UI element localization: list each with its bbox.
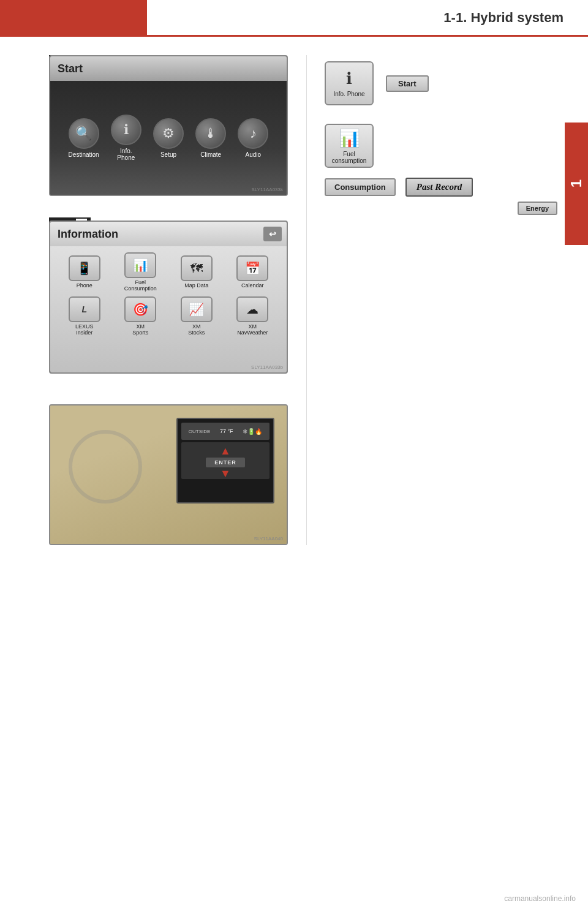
info-icon-mapdata: 🗺 Map Data — [173, 255, 219, 289]
back-button[interactable]: ↩ — [263, 227, 282, 241]
destination-icon: 🔍 — [69, 118, 99, 149]
car-screen-inset: OUTSIDE 77 °F ❄🔋🔥 ▲ ENTER ▼ — [176, 418, 274, 504]
calendar-icon: 📅 — [236, 255, 268, 281]
xm-sports-icon: 🎯 — [124, 296, 156, 322]
setup-icon: ⚙ — [153, 118, 184, 149]
screen-step2: Start 🔍 Destination ℹ Info.Phone ⚙ Setup… — [49, 55, 288, 196]
page-title: 1-1. Hybrid system — [443, 10, 564, 26]
audio-icon: ♪ — [238, 118, 268, 149]
steering-wheel-shape — [69, 430, 142, 504]
screen-step3: Information ↩ 📱 Phone 📊 FuelConsumption … — [49, 221, 288, 374]
fuel-label: FuelConsumption — [124, 279, 157, 292]
energy-button[interactable]: Energy — [518, 202, 557, 215]
arrow-up-icon: ▲ — [220, 445, 231, 458]
right-info-phone-box: ℹ Info. Phone — [325, 61, 374, 105]
header-title: 1-1. Hybrid system — [147, 0, 588, 37]
nav-icon-climate: 🌡 Climate — [195, 118, 226, 158]
info-icons-row1: 📱 Phone 📊 FuelConsumption 🗺 Map Data 📅 C… — [56, 252, 281, 292]
fuel-icon-label: Fuelconsumption — [332, 151, 367, 164]
fuel-consumption-icon: 📊 — [124, 252, 156, 278]
screen-step2-title: Start — [50, 56, 287, 81]
car-screen-icons: ❄🔋🔥 — [243, 428, 262, 435]
lexus-label: LEXUSInsider — [75, 323, 94, 336]
right-info-phone-icon: ℹ — [346, 69, 352, 88]
xm-stocks-icon: 📈 — [181, 296, 213, 322]
info-icons-row2: L LEXUSInsider 🎯 XMSports 📈 XMStocks ☁ X… — [56, 296, 281, 336]
audio-label: Audio — [246, 151, 262, 158]
info-icon-phone: 📱 Phone — [61, 255, 107, 289]
below-buttons: Energy — [325, 202, 557, 215]
info-icon-xm-sports: 🎯 XMSports — [118, 296, 164, 336]
past-record-button[interactable]: Past Record — [405, 178, 473, 197]
car-screen-bottom: ▲ ENTER ▼ — [181, 442, 270, 479]
fuel-section: 📊 Fuelconsumption Consumption Past Recor… — [325, 124, 557, 215]
car-code: SLY11AA040 — [254, 536, 283, 541]
lexus-insider-icon: L — [69, 296, 100, 322]
watermark-text: carmanualsonline.info — [504, 894, 576, 903]
destination-label: Destination — [69, 151, 99, 158]
mapdata-label: Map Data — [184, 282, 208, 289]
car-screen-outside-label: OUTSIDE — [189, 429, 211, 434]
car-screen-top-bar: OUTSIDE 77 °F ❄🔋🔥 — [181, 423, 270, 440]
arrow-down-icon: ▼ — [220, 467, 231, 480]
phone-icon: 📱 — [69, 255, 100, 281]
nav-icon-info: ℹ Info.Phone — [111, 115, 141, 161]
map-data-icon: 🗺 — [181, 255, 213, 281]
nav-icon-audio: ♪ Audio — [238, 118, 268, 158]
xm-weather-label: XMNavWeather — [237, 323, 268, 336]
screen-step3-title: Information ↩ — [50, 222, 287, 246]
button-row: Consumption Past Record — [325, 178, 557, 197]
car-interior: OUTSIDE 77 °F ❄🔋🔥 ▲ ENTER ▼ SLY11AA040 — [50, 405, 287, 544]
car-image: OUTSIDE 77 °F ❄🔋🔥 ▲ ENTER ▼ SLY11AA040 — [49, 404, 288, 545]
xm-navweather-icon: ☁ — [236, 296, 268, 322]
nav-icon-destination: 🔍 Destination — [69, 118, 99, 158]
climate-label: Climate — [200, 151, 221, 158]
phone-label: Phone — [77, 282, 92, 289]
start-button[interactable]: Start — [386, 75, 429, 92]
fuel-icon-box: 📊 Fuelconsumption — [325, 124, 374, 168]
screen-step3-title-text: Information — [58, 228, 118, 241]
step3-code: SLY11AA033b — [251, 364, 283, 370]
info-icon-fuel: 📊 FuelConsumption — [118, 252, 164, 292]
nav-icon-setup: ⚙ Setup — [153, 118, 184, 158]
step2-right-row: ℹ Info. Phone Start — [325, 61, 557, 105]
screen-step3-body: 📱 Phone 📊 FuelConsumption 🗺 Map Data 📅 C… — [50, 246, 287, 372]
info-icon-xm-weather: ☁ XMNavWeather — [230, 296, 276, 336]
consumption-button[interactable]: Consumption — [325, 178, 396, 196]
side-tab-number: 1 — [568, 179, 585, 187]
right-info-phone-label: Info. Phone — [333, 91, 364, 97]
side-tab: 1 — [565, 123, 588, 245]
info-phone-label: Info.Phone — [117, 148, 135, 161]
screen-step2-title-text: Start — [58, 62, 83, 75]
info-icon-calendar: 📅 Calendar — [230, 255, 276, 289]
info-icon-lexus: L LEXUSInsider — [61, 296, 107, 336]
xm-sports-label: XMSports — [132, 323, 148, 336]
setup-label: Setup — [160, 151, 176, 158]
xm-stocks-label: XMStocks — [188, 323, 205, 336]
climate-icon: 🌡 — [195, 118, 226, 149]
enter-button: ENTER — [206, 458, 245, 467]
watermark: carmanualsonline.info — [504, 894, 576, 903]
step2-code: SLY11AA033k — [252, 187, 283, 192]
calendar-label: Calendar — [241, 282, 264, 289]
car-screen-temp: 77 °F — [220, 428, 233, 434]
info-phone-icon: ℹ — [111, 115, 141, 145]
info-icon-xm-stocks: 📈 XMStocks — [173, 296, 219, 336]
right-column: ℹ Info. Phone Start 📊 Fuelconsumption Co… — [325, 61, 557, 215]
screen-step2-body: 🔍 Destination ℹ Info.Phone ⚙ Setup 🌡 Cli… — [50, 81, 287, 195]
fuel-bar-icon: 📊 — [339, 128, 360, 148]
divider-line — [306, 55, 307, 545]
